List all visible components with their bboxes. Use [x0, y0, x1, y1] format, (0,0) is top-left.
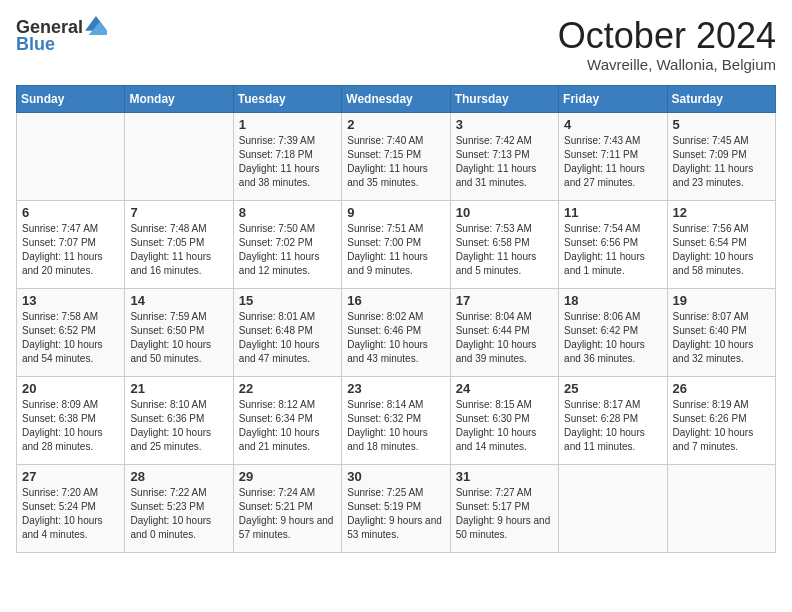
calendar-cell: 15Sunrise: 8:01 AMSunset: 6:48 PMDayligh… — [233, 288, 341, 376]
day-info: Sunrise: 8:06 AMSunset: 6:42 PMDaylight:… — [564, 310, 661, 366]
calendar-cell: 2Sunrise: 7:40 AMSunset: 7:15 PMDaylight… — [342, 112, 450, 200]
day-info: Sunrise: 7:45 AMSunset: 7:09 PMDaylight:… — [673, 134, 770, 190]
calendar-cell: 30Sunrise: 7:25 AMSunset: 5:19 PMDayligh… — [342, 464, 450, 552]
logo: General Blue — [16, 16, 107, 55]
day-number: 28 — [130, 469, 227, 484]
day-number: 8 — [239, 205, 336, 220]
day-number: 19 — [673, 293, 770, 308]
calendar-cell: 3Sunrise: 7:42 AMSunset: 7:13 PMDaylight… — [450, 112, 558, 200]
calendar-cell: 22Sunrise: 8:12 AMSunset: 6:34 PMDayligh… — [233, 376, 341, 464]
day-number: 4 — [564, 117, 661, 132]
calendar-cell — [17, 112, 125, 200]
logo-icon — [85, 16, 107, 38]
day-number: 15 — [239, 293, 336, 308]
calendar-cell: 12Sunrise: 7:56 AMSunset: 6:54 PMDayligh… — [667, 200, 775, 288]
day-number: 31 — [456, 469, 553, 484]
day-number: 10 — [456, 205, 553, 220]
day-info: Sunrise: 8:01 AMSunset: 6:48 PMDaylight:… — [239, 310, 336, 366]
calendar-cell: 14Sunrise: 7:59 AMSunset: 6:50 PMDayligh… — [125, 288, 233, 376]
calendar-cell: 21Sunrise: 8:10 AMSunset: 6:36 PMDayligh… — [125, 376, 233, 464]
day-info: Sunrise: 8:09 AMSunset: 6:38 PMDaylight:… — [22, 398, 119, 454]
day-number: 18 — [564, 293, 661, 308]
day-number: 11 — [564, 205, 661, 220]
day-info: Sunrise: 7:42 AMSunset: 7:13 PMDaylight:… — [456, 134, 553, 190]
day-number: 16 — [347, 293, 444, 308]
day-number: 17 — [456, 293, 553, 308]
day-info: Sunrise: 8:04 AMSunset: 6:44 PMDaylight:… — [456, 310, 553, 366]
calendar-cell: 9Sunrise: 7:51 AMSunset: 7:00 PMDaylight… — [342, 200, 450, 288]
column-header-monday: Monday — [125, 85, 233, 112]
day-number: 22 — [239, 381, 336, 396]
day-number: 27 — [22, 469, 119, 484]
week-row-5: 27Sunrise: 7:20 AMSunset: 5:24 PMDayligh… — [17, 464, 776, 552]
day-number: 23 — [347, 381, 444, 396]
calendar-cell: 11Sunrise: 7:54 AMSunset: 6:56 PMDayligh… — [559, 200, 667, 288]
day-number: 29 — [239, 469, 336, 484]
day-number: 24 — [456, 381, 553, 396]
calendar-cell: 18Sunrise: 8:06 AMSunset: 6:42 PMDayligh… — [559, 288, 667, 376]
calendar-cell: 16Sunrise: 8:02 AMSunset: 6:46 PMDayligh… — [342, 288, 450, 376]
day-number: 5 — [673, 117, 770, 132]
day-number: 14 — [130, 293, 227, 308]
calendar-cell: 25Sunrise: 8:17 AMSunset: 6:28 PMDayligh… — [559, 376, 667, 464]
month-title: October 2024 — [558, 16, 776, 56]
day-number: 3 — [456, 117, 553, 132]
day-info: Sunrise: 7:27 AMSunset: 5:17 PMDaylight:… — [456, 486, 553, 542]
calendar-cell: 23Sunrise: 8:14 AMSunset: 6:32 PMDayligh… — [342, 376, 450, 464]
day-info: Sunrise: 7:56 AMSunset: 6:54 PMDaylight:… — [673, 222, 770, 278]
day-number: 26 — [673, 381, 770, 396]
day-info: Sunrise: 7:53 AMSunset: 6:58 PMDaylight:… — [456, 222, 553, 278]
day-info: Sunrise: 8:07 AMSunset: 6:40 PMDaylight:… — [673, 310, 770, 366]
week-row-2: 6Sunrise: 7:47 AMSunset: 7:07 PMDaylight… — [17, 200, 776, 288]
day-info: Sunrise: 8:19 AMSunset: 6:26 PMDaylight:… — [673, 398, 770, 454]
day-number: 2 — [347, 117, 444, 132]
calendar-cell: 28Sunrise: 7:22 AMSunset: 5:23 PMDayligh… — [125, 464, 233, 552]
column-header-wednesday: Wednesday — [342, 85, 450, 112]
day-number: 1 — [239, 117, 336, 132]
day-info: Sunrise: 8:17 AMSunset: 6:28 PMDaylight:… — [564, 398, 661, 454]
week-row-1: 1Sunrise: 7:39 AMSunset: 7:18 PMDaylight… — [17, 112, 776, 200]
day-info: Sunrise: 7:59 AMSunset: 6:50 PMDaylight:… — [130, 310, 227, 366]
header-row: SundayMondayTuesdayWednesdayThursdayFrid… — [17, 85, 776, 112]
calendar-cell: 17Sunrise: 8:04 AMSunset: 6:44 PMDayligh… — [450, 288, 558, 376]
day-info: Sunrise: 7:40 AMSunset: 7:15 PMDaylight:… — [347, 134, 444, 190]
day-number: 30 — [347, 469, 444, 484]
calendar-cell: 5Sunrise: 7:45 AMSunset: 7:09 PMDaylight… — [667, 112, 775, 200]
day-info: Sunrise: 8:02 AMSunset: 6:46 PMDaylight:… — [347, 310, 444, 366]
column-header-tuesday: Tuesday — [233, 85, 341, 112]
calendar-cell: 20Sunrise: 8:09 AMSunset: 6:38 PMDayligh… — [17, 376, 125, 464]
column-header-friday: Friday — [559, 85, 667, 112]
calendar-cell — [667, 464, 775, 552]
day-info: Sunrise: 8:10 AMSunset: 6:36 PMDaylight:… — [130, 398, 227, 454]
day-info: Sunrise: 8:15 AMSunset: 6:30 PMDaylight:… — [456, 398, 553, 454]
day-number: 12 — [673, 205, 770, 220]
day-info: Sunrise: 7:43 AMSunset: 7:11 PMDaylight:… — [564, 134, 661, 190]
day-number: 20 — [22, 381, 119, 396]
calendar-table: SundayMondayTuesdayWednesdayThursdayFrid… — [16, 85, 776, 553]
location: Wavreille, Wallonia, Belgium — [558, 56, 776, 73]
calendar-cell: 27Sunrise: 7:20 AMSunset: 5:24 PMDayligh… — [17, 464, 125, 552]
week-row-3: 13Sunrise: 7:58 AMSunset: 6:52 PMDayligh… — [17, 288, 776, 376]
calendar-cell — [125, 112, 233, 200]
page-header: General Blue October 2024 Wavreille, Wal… — [16, 16, 776, 73]
day-info: Sunrise: 8:12 AMSunset: 6:34 PMDaylight:… — [239, 398, 336, 454]
calendar-cell: 6Sunrise: 7:47 AMSunset: 7:07 PMDaylight… — [17, 200, 125, 288]
day-number: 6 — [22, 205, 119, 220]
calendar-cell — [559, 464, 667, 552]
column-header-saturday: Saturday — [667, 85, 775, 112]
calendar-cell: 19Sunrise: 8:07 AMSunset: 6:40 PMDayligh… — [667, 288, 775, 376]
day-info: Sunrise: 7:51 AMSunset: 7:00 PMDaylight:… — [347, 222, 444, 278]
day-info: Sunrise: 7:50 AMSunset: 7:02 PMDaylight:… — [239, 222, 336, 278]
column-header-thursday: Thursday — [450, 85, 558, 112]
calendar-cell: 7Sunrise: 7:48 AMSunset: 7:05 PMDaylight… — [125, 200, 233, 288]
day-info: Sunrise: 7:39 AMSunset: 7:18 PMDaylight:… — [239, 134, 336, 190]
calendar-cell: 31Sunrise: 7:27 AMSunset: 5:17 PMDayligh… — [450, 464, 558, 552]
column-header-sunday: Sunday — [17, 85, 125, 112]
day-info: Sunrise: 7:48 AMSunset: 7:05 PMDaylight:… — [130, 222, 227, 278]
calendar-cell: 4Sunrise: 7:43 AMSunset: 7:11 PMDaylight… — [559, 112, 667, 200]
calendar-cell: 13Sunrise: 7:58 AMSunset: 6:52 PMDayligh… — [17, 288, 125, 376]
calendar-cell: 1Sunrise: 7:39 AMSunset: 7:18 PMDaylight… — [233, 112, 341, 200]
day-info: Sunrise: 7:22 AMSunset: 5:23 PMDaylight:… — [130, 486, 227, 542]
calendar-cell: 29Sunrise: 7:24 AMSunset: 5:21 PMDayligh… — [233, 464, 341, 552]
day-number: 13 — [22, 293, 119, 308]
